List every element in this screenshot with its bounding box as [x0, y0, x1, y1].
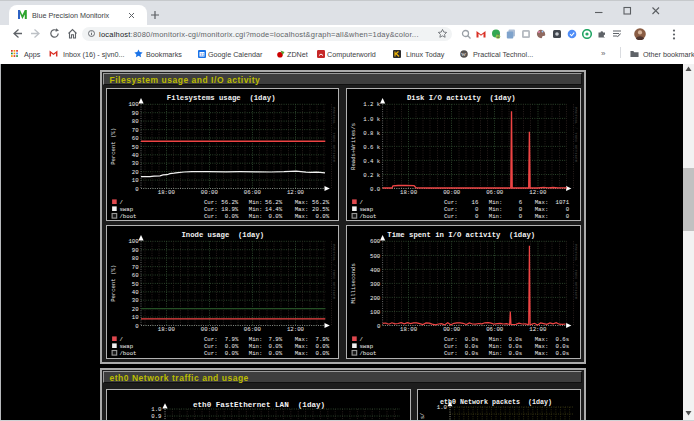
svg-text:18.9%: 18.9% — [221, 206, 239, 213]
svg-text:Max:: Max: — [534, 199, 548, 206]
svg-text:0.0s: 0.0s — [464, 336, 478, 343]
svg-text:0: 0 — [518, 206, 522, 213]
svg-text:0.0%: 0.0% — [315, 213, 329, 220]
svg-text:Min:: Min: — [488, 199, 502, 206]
svg-text:Cur:: Cur: — [443, 350, 457, 357]
svg-text:Max:: Max: — [534, 350, 548, 357]
svg-text:0.6s: 0.6s — [555, 336, 569, 343]
svg-text:0.0: 0.0 — [370, 186, 381, 193]
svg-text:Cur:: Cur: — [203, 213, 217, 220]
svg-text:56.2%: 56.2% — [221, 199, 239, 206]
svg-text:swap: swap — [359, 343, 373, 350]
svg-text:80: 80 — [131, 118, 138, 125]
svg-text:1.0: 1.0 — [151, 406, 162, 413]
svg-text:Min:: Min: — [488, 350, 502, 357]
svg-text:12:00: 12:00 — [286, 189, 304, 196]
svg-text:18:00: 18:00 — [400, 189, 418, 196]
svg-text:swap: swap — [119, 206, 133, 213]
svg-text:200: 200 — [370, 295, 381, 302]
svg-text:0.0s: 0.0s — [555, 350, 569, 357]
svg-text:18:00: 18:00 — [400, 326, 418, 333]
svg-text:06:00: 06:00 — [486, 326, 504, 333]
svg-text:90: 90 — [131, 110, 138, 117]
svg-text:Min:: Min: — [488, 336, 502, 343]
svg-text:12:00: 12:00 — [529, 189, 547, 196]
svg-text:16: 16 — [471, 199, 478, 206]
svg-text:12:00: 12:00 — [529, 326, 547, 333]
svg-text:0.0%: 0.0% — [224, 213, 238, 220]
svg-text:300: 300 — [370, 281, 381, 288]
svg-text:56.2%: 56.2% — [312, 199, 330, 206]
svg-text:s/: s/ — [420, 412, 426, 418]
svg-text:100: 100 — [128, 238, 139, 245]
svg-text:600: 600 — [370, 238, 381, 245]
svg-text:0.0%: 0.0% — [315, 343, 329, 350]
svg-text:0: 0 — [565, 213, 569, 220]
svg-text:Cur:: Cur: — [443, 199, 457, 206]
svg-text:90: 90 — [131, 247, 138, 254]
svg-text:0.8 k: 0.8 k — [363, 130, 381, 137]
svg-text:Cur:: Cur: — [203, 206, 217, 213]
svg-text:Cur:: Cur: — [203, 350, 217, 357]
svg-text:Percent (%): Percent (%) — [110, 265, 117, 302]
svg-text:Min:: Min: — [488, 206, 502, 213]
svg-text:0.0s: 0.0s — [508, 343, 522, 350]
svg-text:Min:: Min: — [248, 206, 262, 213]
svg-text:eth0 FastEthernet LAN (1day): eth0 FastEthernet LAN (1day) — [193, 400, 325, 408]
svg-text:0.0s: 0.0s — [555, 343, 569, 350]
svg-text:06:00: 06:00 — [243, 326, 261, 333]
svg-text:Min:: Min: — [248, 350, 262, 357]
svg-text:/: / — [359, 336, 363, 343]
svg-text:10: 10 — [131, 314, 138, 321]
svg-text:0.0%: 0.0% — [224, 343, 238, 350]
svg-text:20: 20 — [131, 169, 138, 176]
svg-text:1.0 k: 1.0 k — [363, 116, 381, 123]
svg-text:12:00: 12:00 — [286, 326, 304, 333]
svg-text:Milliseconds: Milliseconds — [350, 263, 357, 303]
svg-text:1.2 k: 1.2 k — [363, 101, 381, 108]
svg-text:56.2%: 56.2% — [265, 199, 283, 206]
svg-text:0.4 k: 0.4 k — [363, 158, 381, 165]
svg-text:Percent (%): Percent (%) — [110, 128, 117, 165]
svg-text:RRDTOOL / TOBI OETIKER: RRDTOOL / TOBI OETIKER — [573, 107, 577, 163]
svg-text:Inode usage (1day): Inode usage (1day) — [181, 231, 264, 239]
svg-text:/boot: /boot — [119, 213, 136, 220]
svg-text:18:00: 18:00 — [157, 326, 175, 333]
svg-text:0.0%: 0.0% — [268, 213, 282, 220]
svg-text:0.2 k: 0.2 k — [363, 172, 381, 179]
svg-text:20.5%: 20.5% — [312, 206, 330, 213]
svg-text:RRDTOOL / TOBI OETIKER: RRDTOOL / TOBI OETIKER — [573, 244, 577, 300]
svg-text:/boot: /boot — [359, 213, 376, 220]
svg-text:31: 31 — [200, 52, 205, 57]
svg-text:0.0%: 0.0% — [224, 350, 238, 357]
svg-text:50: 50 — [131, 281, 138, 288]
svg-text:Reads+Writes/s: Reads+Writes/s — [350, 123, 357, 170]
svg-text:40: 40 — [131, 152, 138, 159]
svg-text:Max:: Max: — [294, 199, 308, 206]
svg-text:Min:: Min: — [248, 336, 262, 343]
svg-text:Filesystems usage (1day): Filesystems usage (1day) — [166, 94, 275, 102]
svg-text:0.0s: 0.0s — [508, 336, 522, 343]
svg-text:7.9%: 7.9% — [268, 336, 282, 343]
svg-text:Min:: Min: — [248, 213, 262, 220]
svg-text:40: 40 — [131, 289, 138, 296]
svg-text:7.9%: 7.9% — [224, 336, 238, 343]
svg-text:0.0%: 0.0% — [268, 343, 282, 350]
svg-text:/boot: /boot — [119, 350, 136, 357]
svg-text:60: 60 — [131, 272, 138, 279]
svg-text:/: / — [119, 336, 123, 343]
svg-text:70: 70 — [131, 127, 138, 134]
svg-text:00:00: 00:00 — [200, 326, 218, 333]
svg-text:6: 6 — [518, 199, 522, 206]
svg-text:W: W — [461, 52, 466, 57]
svg-text:Max:: Max: — [294, 213, 308, 220]
svg-text:Cur:: Cur: — [203, 336, 217, 343]
svg-text:00:00: 00:00 — [200, 189, 218, 196]
svg-text:0.0%: 0.0% — [315, 350, 329, 357]
svg-text:7.9%: 7.9% — [315, 336, 329, 343]
svg-text:14.4%: 14.4% — [265, 206, 283, 213]
svg-text:0: 0 — [135, 323, 139, 330]
svg-text:Min:: Min: — [488, 213, 502, 220]
svg-text:0: 0 — [518, 213, 522, 220]
svg-text:eth0 Network packets (1day): eth0 Network packets (1day) — [440, 397, 552, 405]
